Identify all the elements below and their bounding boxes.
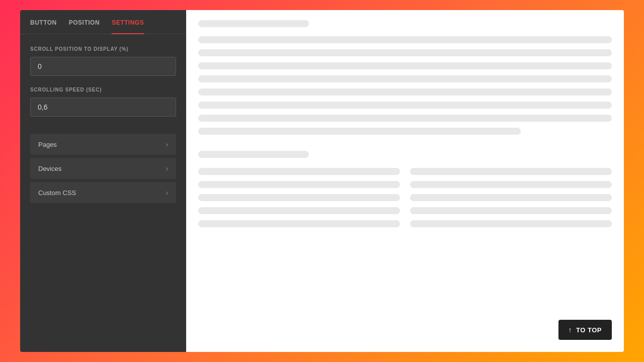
skeleton-row bbox=[198, 102, 612, 109]
to-top-button[interactable]: ↑ TO TOP bbox=[558, 320, 612, 340]
skeleton-bar bbox=[198, 151, 309, 158]
expandable-item-devices[interactable]: Devices › bbox=[30, 158, 176, 179]
tab-settings[interactable]: SETTINGS bbox=[112, 19, 144, 34]
skeleton-bar bbox=[198, 62, 612, 69]
skeleton-row bbox=[198, 75, 612, 82]
skeleton-bar bbox=[198, 168, 400, 175]
skeleton-row bbox=[198, 220, 612, 227]
skeleton-bar bbox=[410, 181, 612, 188]
scrolling-speed-label: SCROLLING SPEED (SEC) bbox=[30, 87, 176, 93]
skeleton-row bbox=[198, 49, 612, 56]
chevron-right-icon: › bbox=[166, 189, 168, 197]
skeleton-bar bbox=[410, 168, 612, 175]
skeleton-bar bbox=[198, 20, 309, 27]
skeleton-bar bbox=[410, 194, 612, 201]
skeleton-bar bbox=[198, 128, 521, 135]
scroll-position-input[interactable] bbox=[30, 57, 176, 76]
main-container: BUTTON POSITION SETTINGS SCROLL POSITION… bbox=[20, 10, 624, 352]
skeleton-bar bbox=[198, 36, 612, 43]
skeleton-bar bbox=[198, 181, 400, 188]
right-panel: ↑ TO TOP bbox=[186, 10, 624, 352]
skeleton-row bbox=[198, 36, 612, 43]
skeleton-row bbox=[198, 115, 612, 122]
skeleton-bar bbox=[410, 220, 612, 227]
skeleton-row bbox=[198, 151, 612, 158]
skeleton-row bbox=[198, 88, 612, 96]
expandable-item-pages[interactable]: Pages › bbox=[30, 134, 176, 155]
skeleton-bar bbox=[198, 102, 612, 109]
skeleton-bar bbox=[198, 220, 400, 227]
tab-button[interactable]: BUTTON bbox=[30, 19, 57, 34]
chevron-right-icon: › bbox=[166, 164, 168, 172]
panel-content: SCROLL POSITION TO DISPLAY (%) SCROLLING… bbox=[20, 34, 186, 352]
tab-position[interactable]: POSITION bbox=[69, 19, 100, 34]
expandable-item-custom-css[interactable]: Custom CSS › bbox=[30, 182, 176, 203]
skeleton-bar bbox=[198, 49, 612, 56]
skeleton-bar bbox=[198, 75, 612, 82]
chevron-right-icon: › bbox=[166, 140, 168, 148]
skeleton-bar bbox=[198, 194, 400, 201]
skeleton-row bbox=[198, 20, 612, 27]
pages-label: Pages bbox=[38, 141, 57, 148]
expandable-items-list: Pages › Devices › Custom CSS › bbox=[30, 134, 176, 203]
scrolling-speed-input[interactable] bbox=[30, 98, 176, 117]
arrow-up-icon: ↑ bbox=[569, 326, 573, 334]
skeleton-row bbox=[198, 128, 612, 135]
scroll-position-label: SCROLL POSITION TO DISPLAY (%) bbox=[30, 46, 176, 52]
skeleton-bar bbox=[198, 207, 400, 214]
skeleton-bar bbox=[410, 207, 612, 214]
left-panel: BUTTON POSITION SETTINGS SCROLL POSITION… bbox=[20, 10, 186, 352]
skeleton-bar bbox=[198, 115, 612, 122]
to-top-label: TO TOP bbox=[576, 326, 602, 334]
skeleton-row bbox=[198, 207, 612, 214]
custom-css-label: Custom CSS bbox=[38, 189, 76, 197]
skeleton-bar bbox=[198, 88, 612, 96]
tabs-bar: BUTTON POSITION SETTINGS bbox=[20, 10, 186, 34]
skeleton-row bbox=[198, 181, 612, 188]
skeleton-row bbox=[198, 194, 612, 201]
devices-label: Devices bbox=[38, 165, 61, 172]
skeleton-row bbox=[198, 168, 612, 175]
skeleton-row bbox=[198, 62, 612, 69]
